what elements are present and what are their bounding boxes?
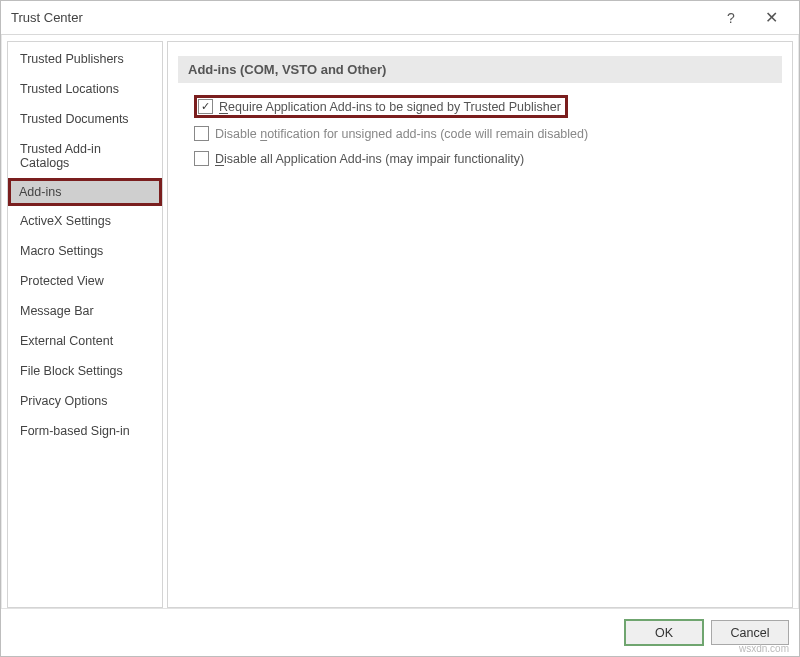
footer: OK Cancel wsxdn.com [1, 608, 799, 656]
sidebar-item-activex-settings[interactable]: ActiveX Settings [8, 206, 162, 236]
sidebar: Trusted Publishers Trusted Locations Tru… [7, 41, 163, 608]
sidebar-item-message-bar[interactable]: Message Bar [8, 296, 162, 326]
trust-center-dialog: Trust Center ? ✕ Trusted Publishers Trus… [0, 0, 800, 657]
sidebar-item-trusted-locations[interactable]: Trusted Locations [8, 74, 162, 104]
sidebar-item-external-content[interactable]: External Content [8, 326, 162, 356]
checkbox-disable-all[interactable] [194, 151, 209, 166]
ok-button[interactable]: OK [625, 620, 703, 645]
sidebar-item-privacy-options[interactable]: Privacy Options [8, 386, 162, 416]
dialog-body: Trusted Publishers Trusted Locations Tru… [1, 35, 799, 608]
section-title: Add-ins (COM, VSTO and Other) [178, 56, 782, 83]
sidebar-item-file-block-settings[interactable]: File Block Settings [8, 356, 162, 386]
close-button[interactable]: ✕ [751, 3, 791, 33]
sidebar-item-protected-view[interactable]: Protected View [8, 266, 162, 296]
checkbox-require-signed[interactable] [198, 99, 213, 114]
sidebar-item-trusted-publishers[interactable]: Trusted Publishers [8, 44, 162, 74]
content-pane: Add-ins (COM, VSTO and Other) Require Ap… [167, 41, 793, 608]
sidebar-item-trusted-documents[interactable]: Trusted Documents [8, 104, 162, 134]
option-disable-all[interactable]: Disable all Application Add-ins (may imp… [194, 151, 766, 166]
option-disable-notification-label: Disable notification for unsigned add-in… [215, 127, 588, 141]
options-group: Require Application Add-ins to be signed… [178, 95, 782, 166]
checkbox-disable-notification[interactable] [194, 126, 209, 141]
window-title: Trust Center [11, 10, 711, 25]
sidebar-item-trusted-addin-catalogs[interactable]: Trusted Add-in Catalogs [8, 134, 162, 178]
sidebar-item-macro-settings[interactable]: Macro Settings [8, 236, 162, 266]
sidebar-item-form-based-signin[interactable]: Form-based Sign-in [8, 416, 162, 446]
sidebar-item-add-ins[interactable]: Add-ins [8, 178, 162, 206]
option-require-signed[interactable]: Require Application Add-ins to be signed… [194, 95, 568, 118]
option-require-signed-label: Require Application Add-ins to be signed… [219, 100, 561, 114]
titlebar: Trust Center ? ✕ [1, 1, 799, 35]
option-disable-notification[interactable]: Disable notification for unsigned add-in… [194, 126, 766, 141]
cancel-button[interactable]: Cancel [711, 620, 789, 645]
help-button[interactable]: ? [711, 3, 751, 33]
option-disable-all-label: Disable all Application Add-ins (may imp… [215, 152, 524, 166]
